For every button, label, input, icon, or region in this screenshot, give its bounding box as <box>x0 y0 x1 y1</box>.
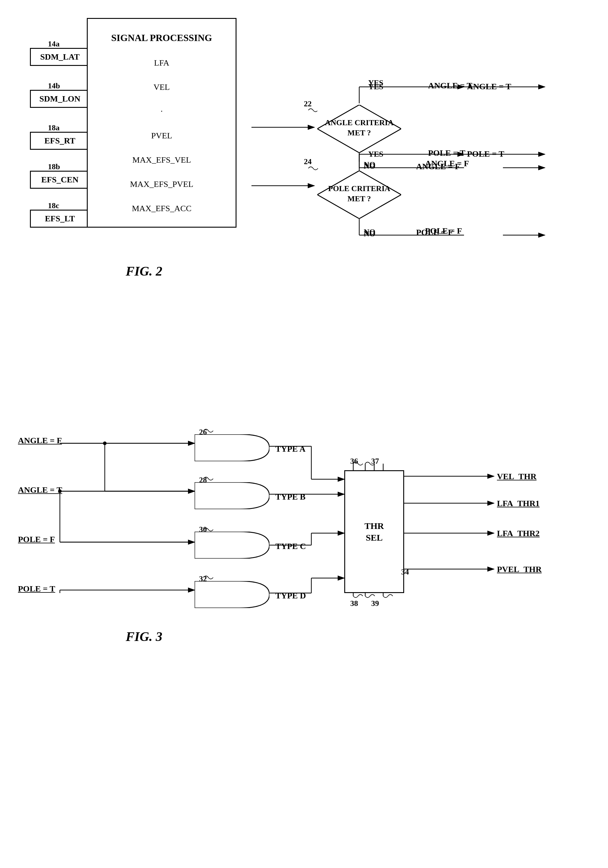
pole-yes-label: YES <box>368 150 384 159</box>
sp-lfa: LFA <box>154 58 169 68</box>
efs-cen-box: EFS_CEN <box>30 171 90 189</box>
sp-max-efs-vel: MAX_EFS_VEL <box>132 155 191 165</box>
efs-rt-label: EFS_RT <box>44 136 75 146</box>
angle-no-label: NO <box>364 162 375 171</box>
gate-b <box>195 482 269 510</box>
fig3-angle-t-label: ANGLE = T <box>18 485 62 495</box>
svg-text:14a: 14a <box>48 40 60 48</box>
sdm-lon-box: SDM_LON <box>30 90 90 108</box>
ref-37-label: 37 <box>371 457 379 466</box>
thr-sel-box: THR SEL <box>344 470 404 593</box>
pole-f-label: POLE = F <box>416 228 453 237</box>
angle-yes-label: YES <box>368 82 384 91</box>
fig3-pole-t-label: POLE = T <box>18 584 55 594</box>
pvel-thr-label: PVEL_THR <box>497 564 541 574</box>
svg-text:POLE = T: POLE = T <box>467 149 504 158</box>
lfa-thr1-label: LFA_THR1 <box>497 499 540 508</box>
ref-39-label: 39 <box>371 599 379 608</box>
sdm-lat-box: SDM_LAT <box>30 48 90 66</box>
gate-a-label: TYPE A <box>275 444 305 454</box>
angle-criteria-diamond: ANGLE CRITERIA MET ? <box>317 105 401 153</box>
pole-no-label: NO <box>364 229 375 239</box>
ref-28-label: 28 <box>199 476 207 485</box>
sp-vel: VEL <box>153 82 170 92</box>
gate-d-label: TYPE D <box>275 591 306 601</box>
sp-pvel: PVEL <box>151 131 172 141</box>
ref-34-label: 34 <box>401 567 409 577</box>
pole-criteria-diamond: POLE CRITERIA MET ? <box>317 171 401 219</box>
ref-26-label: 26 <box>199 428 207 437</box>
gate-a <box>195 434 269 462</box>
svg-text:24: 24 <box>304 157 312 166</box>
svg-text:18b: 18b <box>48 162 60 171</box>
svg-text:18a: 18a <box>48 123 60 132</box>
sp-dot: · <box>161 107 163 116</box>
svg-text:MET ?: MET ? <box>348 194 371 203</box>
efs-rt-box: EFS_RT <box>30 132 90 150</box>
thr-sel-label-1: THR <box>364 521 384 531</box>
svg-text:MET ?: MET ? <box>348 129 371 137</box>
sp-max-efs-pvel: MAX_EFS_PVEL <box>130 180 193 189</box>
ref-36-label: 36 <box>350 457 358 466</box>
fig3-angle-f-label: ANGLE = F <box>18 436 62 445</box>
svg-text:14b: 14b <box>48 81 60 90</box>
efs-lt-box: EFS_LT <box>30 210 90 228</box>
gate-d <box>195 581 269 609</box>
efs-cen-label: EFS_CEN <box>41 175 79 184</box>
svg-text:ANGLE CRITERIA: ANGLE CRITERIA <box>325 118 394 127</box>
ref-38-label: 38 <box>350 599 358 608</box>
ref-30-label: 30 <box>199 525 207 534</box>
thr-sel-label-2: SEL <box>366 533 383 542</box>
sp-title: SIGNAL PROCESSING <box>111 33 212 43</box>
fig2-caption: FIG. 2 <box>126 264 162 279</box>
angle-t-label: ANGLE = T <box>428 81 472 90</box>
svg-text:18c: 18c <box>48 201 59 210</box>
lfa-thr2-label: LFA_THR2 <box>497 529 540 538</box>
fig3-pole-f-label: POLE = F <box>18 535 55 544</box>
svg-point-45 <box>103 442 107 445</box>
svg-text:ANGLE = T: ANGLE = T <box>467 82 511 91</box>
vel-thr-label: VEL_THR <box>497 472 537 481</box>
sdm-lon-label: SDM_LON <box>40 94 80 104</box>
sdm-lat-label: SDM_LAT <box>40 52 80 62</box>
pole-t-label: POLE = T <box>428 148 465 158</box>
diagram-container: 20 14a 14b 18a 18b 18c 22 <box>0 0 608 868</box>
sp-max-efs-acc: MAX_EFS_ACC <box>132 204 191 213</box>
svg-text:POLE CRITERIA: POLE CRITERIA <box>328 184 390 193</box>
efs-lt-label: EFS_LT <box>45 214 75 223</box>
gate-c-label: TYPE C <box>275 541 306 551</box>
gate-c <box>195 532 269 560</box>
svg-text:22: 22 <box>304 99 312 108</box>
ref-32-label: 32 <box>199 575 207 583</box>
fig3-caption: FIG. 3 <box>126 629 162 644</box>
angle-f-label: ANGLE = F <box>416 162 460 171</box>
signal-processing-box: SIGNAL PROCESSING LFA VEL · PVEL MAX_EFS… <box>87 18 237 228</box>
gate-b-label: TYPE B <box>275 492 305 502</box>
